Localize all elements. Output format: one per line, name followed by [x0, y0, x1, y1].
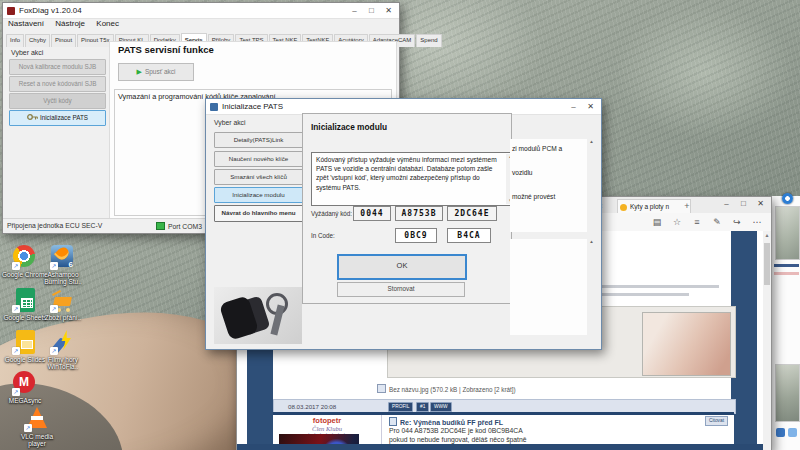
action-list-label: Vyber akci	[11, 49, 43, 56]
icon-label: Filmy hory WinToFla..	[40, 356, 86, 371]
wintoflash-icon: ↗	[51, 330, 75, 354]
mini-icon[interactable]	[788, 428, 797, 437]
action-button-3[interactable]: Vyčti kódy	[9, 93, 106, 109]
new-tab-button[interactable]: +	[681, 199, 693, 213]
shortcut-arrow-icon: ↗	[50, 305, 58, 313]
close-button[interactable]: ✕	[752, 197, 769, 210]
menu-nastroje[interactable]: Nástroje	[55, 19, 85, 28]
description-textbox[interactable]: Kódovaný přístup vyžaduje výměnu informa…	[311, 152, 517, 206]
hub-icon[interactable]: ≡	[687, 215, 707, 230]
post-date: 08.03.2017 20:08	[288, 403, 336, 410]
shortcut-arrow-icon: ↗	[12, 262, 20, 270]
divider	[774, 272, 799, 275]
attachment-photo[interactable]	[642, 312, 731, 376]
profile-tag[interactable]: PROFIL	[388, 402, 413, 412]
tab-pinout[interactable]: Pinout	[51, 34, 76, 47]
menu-nastaveni[interactable]: Nastavení	[8, 19, 44, 28]
foxdiag-titlebar[interactable]: FoxDiag v1.20.04 – □ ✕	[3, 3, 399, 19]
background-scrollbar[interactable]: ▲	[587, 139, 596, 232]
desktop-icon-vlc[interactable]: ↗ VLC media player	[14, 406, 60, 448]
tab-chyby[interactable]: Chyby	[25, 34, 50, 47]
play-icon: ▶	[136, 68, 141, 75]
www-tag[interactable]: WWW	[430, 402, 452, 412]
incode-label: In Code:	[311, 232, 335, 239]
notification-badge-icon[interactable]	[782, 193, 793, 204]
shortcut-arrow-icon: ↗	[24, 424, 32, 432]
pats-link-button[interactable]: Detaily(PATS)Link	[214, 132, 303, 148]
more-icon[interactable]: ⋯	[747, 215, 767, 230]
thumbnail-photo[interactable]	[775, 206, 800, 260]
init-module-button[interactable]: Inicializace modulu	[214, 187, 303, 203]
pats-dialog: Inicializace PATS – ✕ Vyber akci Detaily…	[205, 98, 602, 350]
background-window-strip[interactable]	[771, 196, 800, 450]
minimize-button[interactable]: –	[565, 100, 582, 113]
favicon	[620, 204, 627, 211]
cancel-button[interactable]: Stornovat	[337, 282, 465, 297]
back-to-menu-button[interactable]: Návrat do hlavního menu	[214, 205, 303, 222]
menu-bar: Nastavení Nástroje Konec	[3, 19, 399, 32]
menu-konec[interactable]: Konec	[96, 19, 119, 28]
mini-icon[interactable]	[776, 428, 785, 437]
desktop-icon-wintoflash[interactable]: ↗ Filmy hory WinToFla..	[40, 330, 86, 371]
username[interactable]: fotopetr	[273, 416, 381, 425]
app-icon	[7, 7, 15, 15]
clipped-text-line: zi modulů PCM a	[512, 145, 562, 152]
connection-status: Připojena jednotka ECU SEC-V	[7, 222, 102, 229]
browser-tab-active[interactable]: Kyty a ploty n	[617, 199, 691, 214]
scroll-up-arrow[interactable]: ▲	[763, 231, 771, 240]
desktop-icon-shop[interactable]: ↗ Zboží přání..	[40, 288, 86, 321]
action-button-2[interactable]: Reset a nové kódování SJB	[9, 76, 106, 92]
outcode-label: Vyžádaný kód:	[311, 210, 352, 217]
maximize-button[interactable]: □	[735, 197, 752, 210]
post-body-line: pokud to nebude fungovat, děláš něco špa…	[389, 436, 527, 443]
panel-header: Inicializace modulu	[311, 122, 387, 132]
attachment-caption[interactable]: Bez názvu.jpg (570.2 kB | Zobrazeno [2 k…	[377, 384, 516, 393]
shortcut-arrow-icon: ↗	[12, 388, 20, 396]
car-key-photo	[214, 287, 302, 344]
icon-label: Zboží přání..	[40, 314, 86, 321]
close-button[interactable]: ✕	[582, 100, 599, 113]
erase-keys-button[interactable]: Smazání všech klíčů	[214, 169, 303, 185]
background-scrollbar[interactable]: ▲	[587, 239, 596, 335]
window-title: FoxDiag v1.20.04	[19, 6, 82, 15]
action-button-1[interactable]: Nová kalibrace modulu SJB	[9, 59, 106, 75]
icon-label: Ashampoo Burning Stu..	[40, 271, 86, 286]
action-button-pats[interactable]: Inicializace PATS	[9, 110, 106, 126]
shortcut-arrow-icon: ↗	[50, 262, 58, 270]
outcode-field-3[interactable]: 2DC64E	[447, 206, 497, 221]
user-title: Člen Klubu	[273, 425, 381, 432]
port-led-icon	[156, 222, 165, 230]
panel-heading: PATS servisní funkce	[118, 44, 214, 55]
learn-key-button[interactable]: Naučení nového klíče	[214, 151, 303, 167]
close-button[interactable]: ✕	[380, 4, 397, 17]
scrollbar-thumb[interactable]	[764, 243, 770, 285]
thumbnail-photo[interactable]	[775, 364, 800, 422]
favorites-star-icon[interactable]: ☆	[667, 215, 687, 230]
quote-button[interactable]: Citovat	[705, 416, 728, 426]
background-text-area: zi modulů PCM a vozidlu možné provést	[510, 139, 587, 232]
clipped-text-line: možné provést	[512, 193, 555, 200]
browser-scrollbar[interactable]: ▲	[763, 231, 771, 450]
post-title[interactable]: Re: Výměna budíků FF před FL	[389, 417, 503, 426]
incode-field-1[interactable]: 0BC9	[395, 228, 437, 243]
outcode-field-1[interactable]: 0044	[353, 206, 391, 221]
dialog-title: Inicializace PATS	[222, 102, 283, 111]
post-icon	[389, 417, 397, 426]
reading-view-icon[interactable]: ▤	[647, 215, 667, 230]
incode-field-2[interactable]: B4CA	[447, 228, 491, 243]
minimize-button[interactable]: –	[346, 4, 363, 17]
maximize-button[interactable]: □	[363, 4, 380, 17]
page-footer-band	[237, 444, 763, 450]
share-icon[interactable]: ↪	[727, 215, 747, 230]
post-number-tag[interactable]: #1	[416, 402, 429, 412]
key-fob	[219, 295, 259, 340]
desktop-icon-ashampoo[interactable]: 6↗ Ashampoo Burning Stu..	[40, 244, 86, 286]
run-action-button[interactable]: ▶Spusť akci	[118, 63, 194, 81]
tab-spend[interactable]: Spend	[416, 34, 441, 47]
outcode-field-2[interactable]: A8753B	[395, 206, 443, 221]
tab-info[interactable]: Info	[6, 34, 24, 47]
minimize-button[interactable]: –	[718, 197, 735, 210]
web-note-icon[interactable]: ✎	[707, 215, 727, 230]
ok-button[interactable]: OK	[337, 254, 467, 280]
desktop-icon-megasync[interactable]: M↗ MEGAsync	[2, 370, 48, 404]
